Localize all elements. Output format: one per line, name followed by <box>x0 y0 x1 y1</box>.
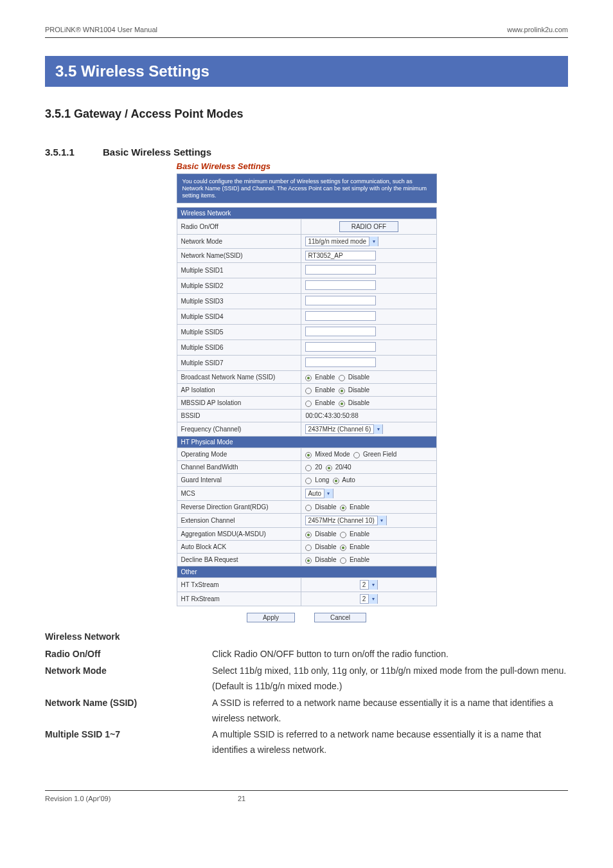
rxstream-select[interactable]: 2▾ <box>360 594 378 604</box>
cancel-button[interactable]: Cancel <box>314 613 366 622</box>
agg-disable-radio[interactable] <box>305 532 312 538</box>
broadcast-disable-radio[interactable] <box>339 375 345 381</box>
desc-def-multiple-ssid: A multiple SSID is referred to a network… <box>212 727 568 758</box>
mssid1-input[interactable] <box>305 265 376 275</box>
desc-term-multiple-ssid: Multiple SSID 1~7 <box>45 727 212 743</box>
frequency-select[interactable]: 2437MHz (Channel 6)▾ <box>305 424 383 434</box>
mbssid-disable-radio[interactable] <box>339 401 345 407</box>
embedded-screenshot: Basic Wireless Settings You could config… <box>177 161 437 622</box>
desc-term-network-mode: Network Mode <box>45 664 212 679</box>
label-mssid2: Multiple SSID2 <box>177 278 301 294</box>
apiso-disable-radio[interactable] <box>339 388 345 394</box>
ext-channel-select[interactable]: 2457MHz (Channel 10)▾ <box>305 516 386 525</box>
desc-heading: Wireless Network <box>45 631 568 642</box>
subsubsection-title: Basic Wireless Settings <box>103 147 211 158</box>
label-ap-isolation: AP Isolation <box>177 384 301 397</box>
agg-enable-radio[interactable] <box>340 532 346 538</box>
label-ssid: Network Name(SSID) <box>177 249 301 263</box>
panel-title: Basic Wireless Settings <box>177 161 437 171</box>
label-mbssid-isolation: MBSSID AP Isolation <box>177 397 301 410</box>
ssid-input[interactable]: RT3052_AP <box>305 251 376 260</box>
desc-def-radio: Click Radio ON/OFF button to turn on/off… <box>212 647 449 662</box>
label-channel-bandwidth: Channel BandWidth <box>177 461 301 474</box>
label-broadcast-ssid: Broadcast Network Name (SSID) <box>177 371 301 384</box>
label-mssid7: Multiple SSID7 <box>177 356 301 371</box>
gi-long-radio[interactable] <box>305 478 312 484</box>
mssid4-input[interactable] <box>305 311 376 321</box>
rdg-disable-radio[interactable] <box>305 505 312 511</box>
label-rdg: Reverse Direction Grant(RDG) <box>177 501 301 514</box>
label-mcs: MCS <box>177 487 301 501</box>
panel-intro: You could configure the minimum number o… <box>177 174 437 203</box>
section-wireless-network: Wireless Network <box>177 208 436 219</box>
chevron-down-icon: ▾ <box>377 516 386 525</box>
apply-button[interactable]: Apply <box>247 613 295 622</box>
opmode-mixed-radio[interactable] <box>305 452 312 458</box>
label-mssid5: Multiple SSID5 <box>177 325 301 340</box>
rdg-enable-radio[interactable] <box>340 505 346 511</box>
chevron-down-icon: ▾ <box>369 237 378 246</box>
chevron-down-icon: ▾ <box>368 594 377 604</box>
label-auto-block-ack: Auto Block ACK <box>177 541 301 554</box>
subsubsection-number: 3.5.1.1 <box>45 147 103 158</box>
bw-2040-radio[interactable] <box>326 465 332 471</box>
revision-text: Revision 1.0 (Apr'09) <box>45 795 238 802</box>
label-guard-interval: Guard Interval <box>177 474 301 487</box>
gi-auto-radio[interactable] <box>333 478 339 484</box>
desc-term-radio: Radio On/Off <box>45 647 212 662</box>
radio-off-button[interactable]: RADIO OFF <box>339 221 398 232</box>
section-heading: 3.5 Wireless Settings <box>45 56 568 87</box>
apiso-enable-radio[interactable] <box>305 388 312 394</box>
manual-title: PROLiNK® WNR1004 User Manual <box>45 26 157 33</box>
label-bssid: BSSID <box>177 410 301 422</box>
network-mode-select[interactable]: 11b/g/n mixed mode▾ <box>305 237 378 246</box>
opmode-green-radio[interactable] <box>353 452 360 458</box>
label-operating-mode: Operating Mode <box>177 448 301 461</box>
subsection-heading: 3.5.1 Gateway / Access Point Modes <box>45 107 568 121</box>
label-frequency: Frequency (Channel) <box>177 422 301 437</box>
ack-disable-radio[interactable] <box>305 545 312 551</box>
desc-term-ssid: Network Name (SSID) <box>45 696 212 711</box>
mcs-select[interactable]: Auto▾ <box>305 489 333 498</box>
label-network-mode: Network Mode <box>177 235 301 249</box>
label-radio-onoff: Radio On/Off <box>177 219 301 235</box>
mssid7-input[interactable] <box>305 357 376 367</box>
mssid2-input[interactable] <box>305 280 376 290</box>
ba-disable-radio[interactable] <box>305 557 312 564</box>
mssid5-input[interactable] <box>305 327 376 336</box>
label-ht-rxstream: HT RxStream <box>177 592 301 606</box>
mbssid-enable-radio[interactable] <box>305 401 312 407</box>
label-mssid4: Multiple SSID4 <box>177 309 301 325</box>
broadcast-enable-radio[interactable] <box>305 375 312 381</box>
mssid6-input[interactable] <box>305 342 376 352</box>
chevron-down-icon: ▾ <box>373 424 382 434</box>
chevron-down-icon: ▾ <box>324 489 333 498</box>
ba-enable-radio[interactable] <box>340 557 346 564</box>
chevron-down-icon: ▾ <box>368 580 377 590</box>
label-mssid3: Multiple SSID3 <box>177 294 301 309</box>
label-ht-txstream: HT TxStream <box>177 578 301 592</box>
txstream-select[interactable]: 2▾ <box>360 580 378 590</box>
section-ht-physical-mode: HT Physical Mode <box>177 437 436 448</box>
bssid-value: 00:0C:43:30:50:88 <box>301 410 436 422</box>
mssid3-input[interactable] <box>305 296 376 305</box>
label-mssid1: Multiple SSID1 <box>177 263 301 278</box>
ack-enable-radio[interactable] <box>340 545 346 551</box>
label-decline-ba: Decline BA Request <box>177 554 301 566</box>
page-number: 21 <box>238 795 245 802</box>
label-mssid6: Multiple SSID6 <box>177 340 301 356</box>
label-aggregation: Aggregation MSDU(A-MSDU) <box>177 528 301 541</box>
label-extension-channel: Extension Channel <box>177 514 301 528</box>
desc-def-ssid: A SSID is referred to a network name bec… <box>212 696 568 727</box>
site-url: www.prolink2u.com <box>507 26 568 33</box>
section-other: Other <box>177 566 436 578</box>
desc-def-network-mode: Select 11b/g mixed, 11b only, 11g only, … <box>212 664 568 694</box>
bw-20-radio[interactable] <box>305 465 312 471</box>
